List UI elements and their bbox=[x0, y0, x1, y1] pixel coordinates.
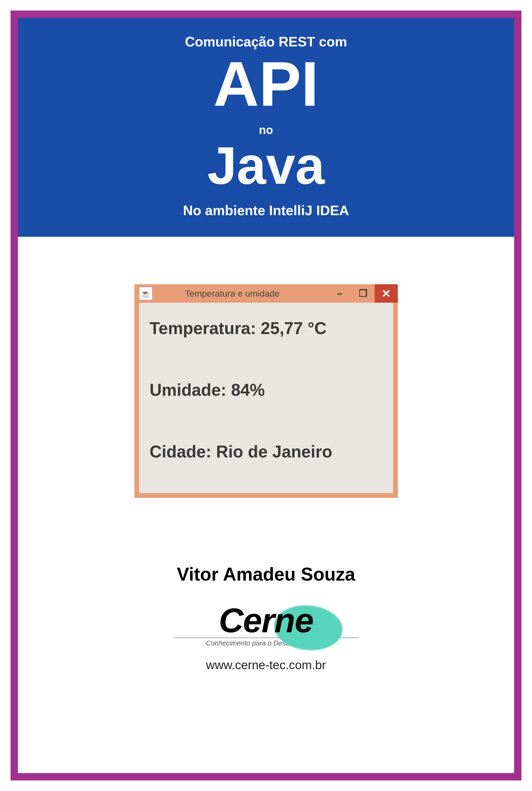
maximize-button[interactable]: ❐ bbox=[352, 284, 375, 303]
city-label: Cidade: bbox=[150, 442, 212, 461]
website-url: www.cerne-tec.com.br bbox=[206, 658, 326, 672]
book-cover: Comunicação REST com API no Java No ambi… bbox=[11, 11, 521, 780]
window-titlebar[interactable]: ☕ Temperatura e umidade – ❐ ✕ bbox=[134, 284, 398, 303]
window-title: Temperatura e umidade bbox=[152, 289, 328, 299]
temperature-value: 25,77 °C bbox=[261, 319, 327, 338]
humidity-label: Umidade: bbox=[150, 381, 227, 400]
logo-text: Cerne bbox=[174, 601, 358, 640]
humidity-row: Umidade: 84% bbox=[150, 380, 383, 400]
title-api: API bbox=[28, 52, 504, 115]
title-block: Comunicação REST com API no Java No ambi… bbox=[18, 18, 514, 237]
temperature-row: Temperatura: 25,77 °C bbox=[150, 318, 383, 338]
body-area: ☕ Temperatura e umidade – ❐ ✕ Temperatur… bbox=[18, 237, 514, 773]
city-row: Cidade: Rio de Janeiro bbox=[150, 442, 383, 461]
app-icon: ☕ bbox=[139, 287, 152, 300]
page: Comunicação REST com API no Java No ambi… bbox=[0, 0, 532, 791]
minimize-button[interactable]: – bbox=[328, 284, 352, 303]
close-button[interactable]: ✕ bbox=[375, 284, 398, 303]
title-java: Java bbox=[28, 139, 504, 192]
window-controls: – ❐ ✕ bbox=[328, 284, 398, 303]
temperature-label: Temperatura: bbox=[150, 319, 256, 338]
subtitle-1: Comunicação REST com bbox=[28, 34, 504, 50]
window-body: Temperatura: 25,77 °C Umidade: 84% Cidad… bbox=[139, 303, 393, 493]
publisher-logo: Cerne Conhecimento para o Desenvolviment… bbox=[174, 601, 358, 647]
app-window: ☕ Temperatura e umidade – ❐ ✕ Temperatur… bbox=[134, 284, 398, 498]
subtitle-ide: No ambiente IntelliJ IDEA bbox=[28, 202, 504, 218]
city-value: Rio de Janeiro bbox=[216, 442, 332, 461]
connector-no: no bbox=[28, 123, 504, 136]
humidity-value: 84% bbox=[231, 381, 265, 400]
author-name: Vitor Amadeu Souza bbox=[177, 564, 355, 585]
